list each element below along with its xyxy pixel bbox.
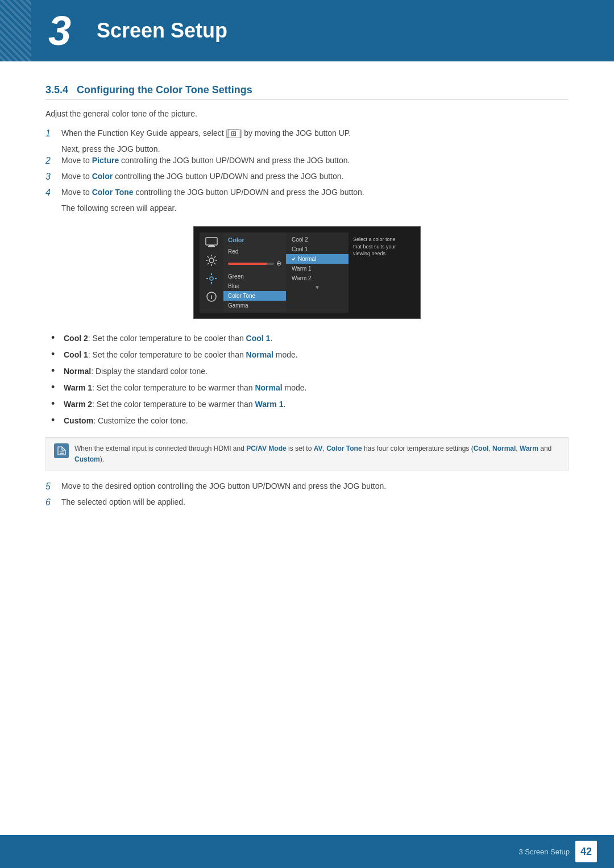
- submenu-item-normal: Normal: [286, 254, 349, 264]
- screen-simulation: i Color Red ⊕ Green Bl: [193, 226, 421, 319]
- step-number-2: 2: [45, 156, 61, 166]
- chapter-number: 3: [34, 10, 85, 51]
- ref-normal-1: Normal: [246, 350, 273, 359]
- page-header: 3 Screen Setup: [0, 0, 614, 61]
- svg-text:i: i: [211, 294, 213, 300]
- note-colortone: Color Tone: [326, 445, 362, 452]
- ref-normal-2: Normal: [255, 383, 282, 392]
- menu-item-blue: Blue: [223, 281, 286, 291]
- step-number-4: 4: [45, 188, 61, 198]
- step-3: 3 Move to Color controlling the JOG butt…: [45, 172, 569, 182]
- intro-text: Adjust the general color tone of the pic…: [45, 109, 569, 118]
- menu-item-red: Red: [223, 247, 286, 256]
- step-number-1: 1: [45, 128, 61, 139]
- info-icon: i: [204, 290, 219, 303]
- gear-icon: [204, 272, 219, 285]
- menu-item-gamma: Gamma: [223, 301, 286, 310]
- bar-track: [228, 263, 274, 265]
- note-normal: Normal: [492, 445, 516, 452]
- note-icon: [54, 443, 69, 458]
- step3-bold: Color: [92, 172, 113, 181]
- step-4: 4 Move to Color Tone controlling the JOG…: [45, 188, 569, 198]
- step-4-sub: The following screen will appear.: [61, 203, 569, 213]
- bar-icon: ⊕: [276, 260, 281, 267]
- section-number: 3.5.4: [45, 84, 68, 95]
- step-5: 5 Move to the desired option controlling…: [45, 481, 569, 492]
- screen-sidebar: i: [200, 232, 223, 313]
- ref-cool1: Cool 1: [246, 334, 271, 343]
- step-6: 6 The selected option will be applied.: [45, 497, 569, 508]
- settings-icon: [204, 254, 219, 267]
- screen-simulation-container: i Color Red ⊕ Green Bl: [45, 226, 569, 319]
- step-number-3: 3: [45, 172, 61, 182]
- step4-bold: Color Tone: [92, 188, 134, 197]
- section-heading: Configuring the Color Tone Settings: [77, 84, 252, 95]
- note-pcav: PC/AV Mode: [246, 445, 286, 452]
- submenu-item-warm1: Warm 1: [286, 264, 349, 273]
- screen-menu: Color Red ⊕ Green Blue Color Tone Gamma: [223, 232, 286, 313]
- svg-rect-5: [211, 273, 212, 275]
- svg-rect-2: [208, 246, 215, 247]
- step-2: 2 Move to Picture controlling the JOG bu…: [45, 156, 569, 166]
- note-warm: Warm: [520, 445, 538, 452]
- main-content: 3.5.4 Configuring the Color Tone Setting…: [0, 61, 614, 547]
- svg-rect-1: [209, 245, 214, 246]
- term-normal: Normal: [64, 367, 91, 376]
- bullet-list: • Cool 2: Set the color temperature to b…: [51, 333, 569, 427]
- term-warm1: Warm 1: [64, 383, 92, 392]
- page-footer: 3 Screen Setup 42: [0, 835, 614, 868]
- screen-tip: Select a color tone that best suits your…: [349, 232, 405, 313]
- step-5-content: Move to the desired option controlling t…: [61, 481, 569, 491]
- bullet-item-warm1: • Warm 1: Set the color temperature to b…: [51, 382, 569, 394]
- svg-point-3: [209, 258, 214, 263]
- screen-submenu: Cool 2 Cool 1 Normal Warm 1 Warm 2 ▼: [286, 232, 349, 313]
- step-number-5: 5: [45, 481, 61, 492]
- svg-rect-11: [55, 445, 68, 457]
- chapter-title: Screen Setup: [97, 19, 227, 43]
- bullet-item-custom: • Custom: Customize the color tone.: [51, 415, 569, 427]
- term-cool2: Cool 2: [64, 334, 88, 343]
- submenu-item-warm2: Warm 2: [286, 273, 349, 283]
- ref-warm1: Warm 1: [255, 400, 283, 409]
- note-av: AV: [314, 445, 323, 452]
- menu-header: Color: [223, 235, 286, 246]
- term-cool1: Cool 1: [64, 350, 88, 359]
- term-custom: Custom: [64, 416, 93, 425]
- footer-label: 3 Screen Setup: [518, 848, 570, 856]
- step2-bold: Picture: [92, 156, 119, 165]
- bullet-item-normal: • Normal: Display the standard color ton…: [51, 366, 569, 377]
- note-cool: Cool: [474, 445, 489, 452]
- red-bar: ⊕: [223, 256, 286, 271]
- step-number-6: 6: [45, 497, 61, 508]
- submenu-item-cool1: Cool 1: [286, 244, 349, 254]
- bullet-item-cool2: • Cool 2: Set the color temperature to b…: [51, 333, 569, 344]
- menu-icon: ⊞: [228, 129, 239, 138]
- section-title: 3.5.4 Configuring the Color Tone Setting…: [45, 84, 569, 100]
- term-warm2: Warm 2: [64, 400, 92, 409]
- svg-rect-0: [206, 238, 217, 245]
- note-text: When the external input is connected thr…: [74, 443, 560, 465]
- submenu-item-cool2: Cool 2: [286, 235, 349, 244]
- svg-rect-6: [211, 282, 212, 284]
- menu-item-green: Green: [223, 272, 286, 281]
- menu-item-colortone: Color Tone: [223, 291, 286, 301]
- footer-page-number: 42: [575, 841, 597, 862]
- svg-rect-8: [215, 278, 217, 279]
- step-6-content: The selected option will be applied.: [61, 497, 569, 506]
- bullet-item-cool1: • Cool 1: Set the color temperature to b…: [51, 349, 569, 361]
- step-1: 1 When the Function Key Guide appears, s…: [45, 128, 569, 139]
- svg-point-4: [210, 277, 213, 280]
- step-1-sub: Next, press the JOG button.: [61, 144, 569, 153]
- bar-fill: [228, 263, 267, 265]
- svg-rect-7: [206, 278, 208, 279]
- bullet-item-warm2: • Warm 2: Set the color temperature to b…: [51, 398, 569, 410]
- monitor-icon: [204, 236, 219, 248]
- submenu-scroll-arrow: ▼: [286, 283, 349, 292]
- note-custom: Custom: [74, 455, 100, 463]
- note-box: When the external input is connected thr…: [45, 437, 569, 471]
